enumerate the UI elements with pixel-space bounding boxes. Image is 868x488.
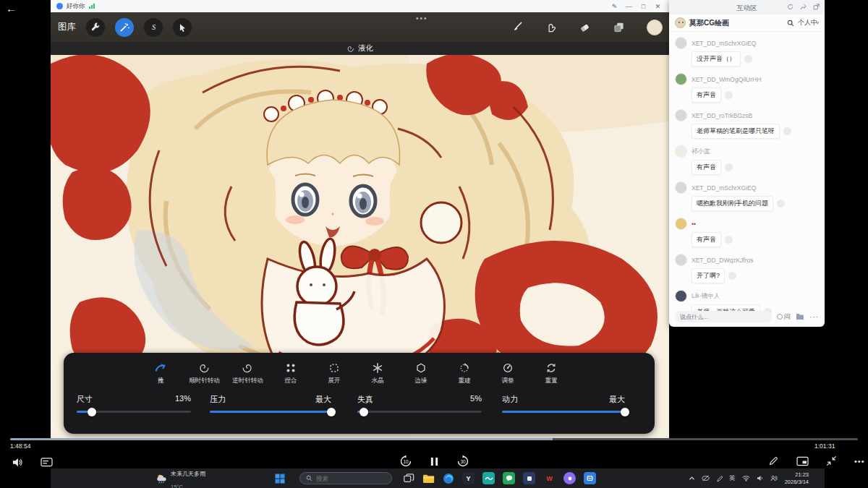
close-button[interactable]: ✕ [652, 3, 663, 10]
shrink-icon[interactable] [826, 455, 837, 466]
clock-time: 21:23 [795, 471, 809, 478]
pen-tray-icon[interactable] [716, 475, 723, 482]
selection-button[interactable]: S [144, 18, 163, 37]
pip-icon[interactable] [796, 456, 809, 466]
system-tray: 英 21:23 2026/3/14 [689, 471, 809, 486]
liquify-tool-twirl-ccw[interactable]: 逆时针转动 [226, 362, 269, 385]
liquify-tool-reset[interactable]: 重置 [529, 362, 573, 385]
adjustments-button[interactable] [115, 18, 134, 37]
weather-icon [156, 474, 167, 484]
folder-icon[interactable] [796, 313, 804, 320]
skip-forward-30-icon[interactable]: 30 [456, 455, 469, 468]
avatar [675, 109, 687, 121]
size-slider-thumb[interactable] [88, 408, 96, 416]
actions-button[interactable] [86, 18, 105, 37]
taskbar-clock[interactable]: 21:23 2026/3/14 [785, 471, 809, 486]
player-more-button[interactable]: ••• [854, 457, 865, 466]
chat-more-button[interactable]: ··· [809, 313, 819, 321]
reaction-icon[interactable] [744, 55, 752, 63]
annotate-pencil-icon[interactable] [768, 455, 779, 466]
app-green-chat-icon[interactable] [503, 472, 515, 484]
message-bubble: 有声音 [692, 160, 721, 175]
transform-button[interactable] [173, 18, 192, 37]
momentum-slider[interactable]: 动力最大 [502, 394, 625, 413]
channel-name: 莫那CG绘画 [689, 18, 729, 28]
avatar [675, 181, 687, 194]
speaker-tray-icon[interactable] [757, 475, 764, 481]
minimize-button[interactable]: — [624, 3, 634, 10]
skip-back-label: 10 [403, 459, 409, 464]
liquify-tool-edge[interactable]: 边缘 [399, 362, 443, 385]
liquify-tool-pinch[interactable]: 捏合 [269, 362, 312, 385]
pressure-slider[interactable]: 压力最大 [210, 394, 331, 413]
ask-question-button[interactable]: 问 [777, 312, 791, 322]
popout-icon[interactable] [813, 4, 820, 10]
smudge-icon[interactable] [545, 21, 557, 33]
app-y-icon[interactable]: Y [462, 472, 475, 484]
task-view-icon[interactable] [403, 473, 414, 484]
eye-off-icon[interactable] [702, 475, 710, 481]
skip-back-10-icon[interactable]: 10 [399, 455, 412, 468]
video-progress-bar[interactable] [10, 438, 858, 440]
drawing-canvas[interactable]: 液化 推 顺时针转动 逆时针转动 [51, 42, 669, 439]
reaction-icon[interactable] [783, 127, 791, 135]
eraser-icon[interactable] [579, 21, 591, 33]
liquify-sliders: 尺寸13% 压力最大 失真5% 动力最大 [64, 385, 655, 413]
color-swatch[interactable] [647, 20, 663, 35]
liquify-tool-expand[interactable]: 展开 [312, 362, 356, 385]
taskbar-search-input[interactable] [316, 475, 386, 482]
interaction-panel: 互动区 莫那CG绘画 个人中心 XET_DD_mSchrXGiEQ 没开声音（）… [669, 0, 825, 327]
layers-icon[interactable] [613, 21, 625, 33]
brush-icon[interactable] [511, 21, 523, 33]
start-button[interactable] [275, 474, 285, 484]
liquify-tool-reconstruct[interactable]: 重建 [443, 362, 486, 385]
pin-icon[interactable] [800, 4, 807, 10]
people-icon[interactable] [770, 475, 778, 481]
distortion-slider-thumb[interactable] [359, 408, 368, 416]
momentum-slider-thumb[interactable] [621, 408, 629, 416]
pause-icon[interactable] [430, 456, 439, 467]
reaction-icon[interactable] [728, 272, 736, 280]
pressure-slider-thumb[interactable] [327, 408, 336, 416]
tray-chevron-icon[interactable] [689, 476, 695, 481]
wps-icon[interactable]: W [543, 472, 556, 484]
reaction-icon[interactable] [725, 236, 733, 244]
liquify-tool-adjust[interactable]: 调整 [486, 362, 529, 385]
volume-icon[interactable] [12, 457, 23, 468]
player-back-icon[interactable]: ← [6, 2, 17, 14]
app-teal-icon[interactable] [482, 472, 495, 484]
canvas-more-button[interactable]: ••• [416, 14, 428, 22]
distortion-slider[interactable]: 失真5% [357, 394, 482, 413]
file-explorer-icon[interactable] [422, 474, 435, 484]
chat-message: XET_DD_mSchrXGiEQ 嗯抱歉我刚刚手机的问题 [675, 181, 819, 211]
reaction-icon[interactable] [725, 163, 733, 171]
liquify-tool-push[interactable]: 推 [139, 362, 182, 385]
app-navy-icon[interactable] [523, 472, 535, 484]
taskbar-search[interactable] [299, 472, 392, 484]
chat-input[interactable] [675, 311, 772, 322]
gallery-button[interactable]: 图库 [58, 21, 76, 33]
refresh-icon[interactable] [787, 4, 793, 10]
avatar [675, 290, 687, 302]
liquify-tool-twirl-cw[interactable]: 顺时针转动 [182, 362, 226, 385]
profile-link[interactable]: 个人中心 [798, 18, 819, 27]
wifi-icon[interactable] [742, 475, 750, 481]
message-bubble: 老师草稿的笔刷是哪只笔呀 [692, 124, 780, 139]
chat-header: 互动区 [669, 0, 825, 14]
weather-widget[interactable]: 未来几天多雨15°C [156, 466, 237, 488]
size-slider[interactable]: 尺寸13% [77, 394, 191, 413]
username: XET_DD_mSchrXGiEQ [692, 184, 756, 192]
ime-indicator[interactable]: 英 [729, 474, 736, 483]
reaction-icon[interactable] [777, 200, 785, 207]
maximize-button[interactable]: □ [638, 3, 649, 10]
app-purple-icon[interactable] [563, 472, 576, 484]
danmaku-icon[interactable] [41, 457, 53, 468]
remaining-time: 1:01:31 [814, 442, 835, 450]
app-blue-icon[interactable] [584, 472, 596, 484]
reaction-icon[interactable] [725, 91, 733, 99]
edge-browser-icon[interactable] [443, 473, 454, 484]
search-icon[interactable] [787, 20, 794, 27]
liquify-tool-crystal[interactable]: 水晶 [356, 362, 399, 385]
chat-message: XET_DD_roTrkBGzsB 老师草稿的笔刷是哪只笔呀 [675, 109, 819, 139]
annotate-icon[interactable]: ✎ [609, 3, 620, 10]
